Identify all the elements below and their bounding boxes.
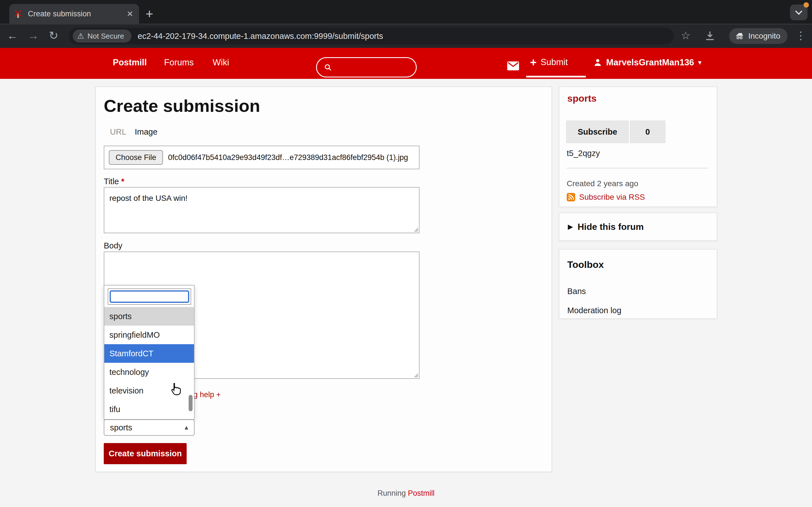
forum-option[interactable]: technology bbox=[104, 363, 194, 381]
forum-option[interactable]: tifu bbox=[104, 400, 194, 418]
hide-forum-card: ▶ Hide this forum bbox=[559, 213, 717, 241]
submit-tab[interactable]: + Submit bbox=[530, 48, 568, 76]
toolbox-title: Toolbox bbox=[567, 259, 604, 270]
title-label: Title * bbox=[104, 177, 124, 186]
required-asterisk: * bbox=[121, 177, 124, 186]
brand-link[interactable]: Postmill bbox=[113, 48, 147, 77]
not-secure-label: Not Secure bbox=[87, 32, 124, 41]
screen: Create submission ✕ + ← → ↻ ⚠ Not Secure… bbox=[0, 0, 812, 507]
omnibox[interactable]: ⚠ Not Secure ec2-44-202-179-34.compute-1… bbox=[69, 27, 674, 45]
textarea-resize-handle[interactable] bbox=[413, 226, 418, 232]
page-title: Create submission bbox=[104, 96, 260, 116]
submit-active-underline bbox=[526, 76, 586, 77]
forum-search-input[interactable] bbox=[110, 290, 189, 303]
hide-forum-toggle[interactable]: ▶ Hide this forum bbox=[568, 222, 644, 232]
rss-label: Subscribe via RSS bbox=[579, 193, 645, 202]
new-tab-button[interactable]: + bbox=[142, 7, 156, 21]
caret-down-icon: ▾ bbox=[698, 59, 702, 66]
tab-close-icon[interactable]: ✕ bbox=[124, 8, 136, 20]
submit-label: Submit bbox=[541, 57, 567, 67]
forum-option[interactable]: springfieldMO bbox=[104, 326, 194, 344]
envelope-icon bbox=[507, 61, 519, 70]
subscriber-count[interactable]: 0 bbox=[630, 121, 665, 143]
warning-icon: ⚠ bbox=[77, 32, 84, 41]
notification-dot bbox=[804, 2, 809, 8]
file-input[interactable]: Choose File 0fc0d06f47b5410a29e93d49f23d… bbox=[104, 146, 419, 169]
cursor-pointer-icon bbox=[168, 382, 183, 397]
rss-link[interactable]: Subscribe via RSS bbox=[567, 193, 645, 202]
toolbox-item-bans[interactable]: Bans bbox=[567, 287, 586, 296]
person-icon bbox=[593, 57, 602, 68]
forum-search-wrapper bbox=[108, 288, 191, 305]
browser-menu-button[interactable]: ⋮ bbox=[793, 27, 809, 44]
search-icon bbox=[324, 63, 332, 71]
hide-forum-label: Hide this forum bbox=[577, 222, 644, 232]
file-name: 0fc0d06f47b5410a29e93d49f23df…e729389d31… bbox=[168, 153, 408, 162]
download-button[interactable] bbox=[703, 29, 716, 42]
incognito-label: Incognito bbox=[748, 32, 780, 41]
toolbox-item-moderation-log[interactable]: Moderation log bbox=[567, 306, 621, 315]
back-button[interactable]: ← bbox=[4, 27, 21, 44]
tab-url[interactable]: URL bbox=[110, 127, 126, 136]
site-search-input[interactable] bbox=[316, 57, 417, 77]
picker-scrollbar-thumb[interactable] bbox=[189, 395, 193, 411]
forum-option[interactable]: StamfordCT bbox=[104, 344, 194, 363]
chevron-down-icon bbox=[795, 8, 802, 15]
caret-up-icon: ▲ bbox=[183, 424, 190, 431]
incognito-badge: Incognito bbox=[729, 28, 788, 44]
tab-title: Create submission bbox=[28, 10, 124, 18]
forward-button[interactable]: → bbox=[25, 27, 42, 44]
incognito-icon bbox=[735, 31, 744, 41]
forum-title[interactable]: sports bbox=[567, 93, 597, 104]
title-textarea[interactable]: repost of the USA win! bbox=[104, 187, 419, 233]
create-submission-button[interactable]: Create submission bbox=[104, 443, 187, 464]
reload-button[interactable]: ↻ bbox=[45, 27, 62, 44]
choose-file-button[interactable]: Choose File bbox=[109, 150, 163, 165]
plus-icon: + bbox=[530, 56, 537, 69]
forum-option[interactable]: sports bbox=[104, 307, 194, 326]
nav-link-forums[interactable]: Forums bbox=[164, 48, 194, 77]
url-text: ec2-44-202-179-34.compute-1.amazonaws.co… bbox=[138, 32, 383, 41]
nav-link-wiki[interactable]: Wiki bbox=[213, 48, 229, 77]
tab-image[interactable]: Image bbox=[135, 127, 158, 136]
forum-picker-panel: sports springfieldMO StamfordCT technolo… bbox=[104, 285, 195, 420]
body-label: Body bbox=[104, 241, 122, 250]
postmill-link[interactable]: Postmill bbox=[408, 489, 435, 497]
browser-tab[interactable]: Create submission ✕ bbox=[9, 4, 139, 24]
forum-id: t5_2qgzy bbox=[567, 149, 600, 158]
user-menu[interactable]: MarvelsGrantMan136 ▾ bbox=[593, 48, 702, 77]
select-value: sports bbox=[110, 423, 183, 432]
footer-text: Running Postmill bbox=[0, 489, 812, 498]
messages-button[interactable] bbox=[505, 58, 521, 74]
forum-option-list: sports springfieldMO StamfordCT technolo… bbox=[104, 307, 194, 418]
created-text: Created 2 years ago bbox=[567, 179, 638, 188]
forum-card bbox=[559, 87, 717, 207]
subscribe-button[interactable]: Subscribe bbox=[566, 121, 629, 143]
postmill-favicon-icon bbox=[13, 9, 23, 18]
divider bbox=[567, 168, 708, 168]
forum-select[interactable]: sports ▲ bbox=[104, 419, 195, 436]
bookmark-star-button[interactable]: ☆ bbox=[677, 27, 694, 44]
not-secure-badge[interactable]: ⚠ Not Secure bbox=[73, 30, 132, 43]
rss-icon bbox=[567, 193, 575, 202]
play-icon: ▶ bbox=[568, 223, 573, 231]
textarea-resize-handle[interactable] bbox=[413, 372, 418, 378]
username-label: MarvelsGrantMan136 bbox=[606, 57, 694, 68]
